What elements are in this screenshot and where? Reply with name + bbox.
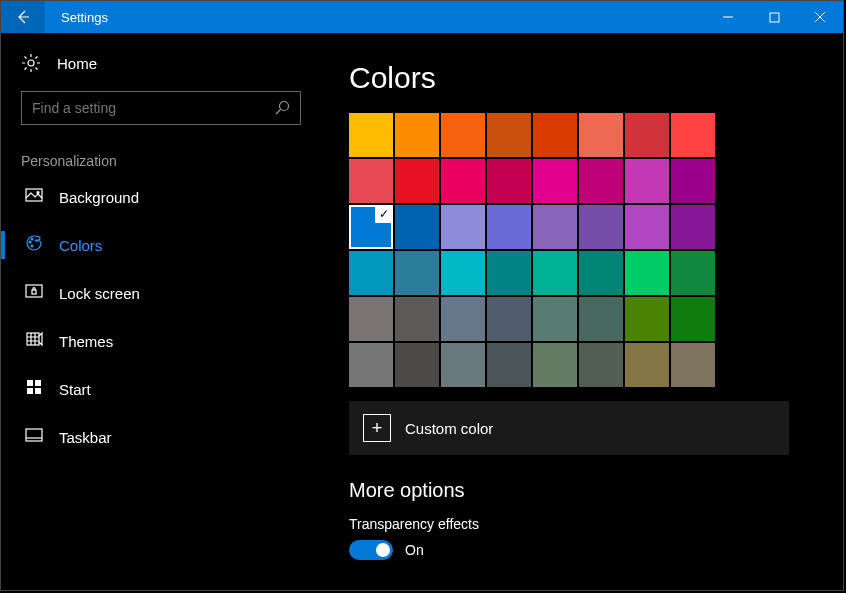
color-swatch[interactable]	[533, 343, 577, 387]
themes-icon	[25, 330, 43, 352]
color-swatch[interactable]	[349, 343, 393, 387]
svg-rect-14	[27, 333, 39, 345]
window-title: Settings	[61, 10, 108, 25]
svg-point-4	[28, 60, 34, 66]
color-swatch[interactable]	[349, 159, 393, 203]
sidebar-item-background[interactable]: Background	[21, 173, 301, 221]
plus-icon: +	[363, 414, 391, 442]
color-swatch[interactable]	[487, 205, 531, 249]
color-swatch[interactable]	[625, 113, 669, 157]
check-icon: ✓	[375, 205, 393, 223]
palette-icon	[25, 234, 43, 256]
svg-rect-19	[26, 429, 42, 441]
color-swatch[interactable]	[487, 297, 531, 341]
color-swatch[interactable]	[625, 159, 669, 203]
sidebar: Home Personalization BackgroundColorsLoc…	[1, 33, 321, 590]
start-icon	[25, 378, 43, 400]
lock-icon	[25, 282, 43, 304]
color-swatch[interactable]	[349, 113, 393, 157]
color-swatch[interactable]	[487, 343, 531, 387]
color-swatch[interactable]	[487, 159, 531, 203]
sidebar-item-label: Taskbar	[59, 429, 112, 446]
color-swatch[interactable]	[441, 113, 485, 157]
svg-point-9	[29, 241, 31, 243]
sidebar-item-colors[interactable]: Colors	[21, 221, 301, 269]
close-icon	[814, 11, 826, 23]
color-swatch[interactable]	[533, 251, 577, 295]
sidebar-item-lock-screen[interactable]: Lock screen	[21, 269, 301, 317]
sidebar-item-themes[interactable]: Themes	[21, 317, 301, 365]
color-swatch[interactable]	[625, 343, 669, 387]
color-swatch[interactable]	[671, 343, 715, 387]
home-link[interactable]: Home	[21, 53, 301, 73]
sidebar-item-taskbar[interactable]: Taskbar	[21, 413, 301, 461]
svg-point-8	[37, 192, 39, 194]
color-swatch[interactable]	[349, 297, 393, 341]
color-swatch[interactable]	[533, 297, 577, 341]
svg-point-10	[31, 238, 33, 240]
color-swatch[interactable]	[533, 159, 577, 203]
color-swatch[interactable]	[671, 297, 715, 341]
more-options-heading: More options	[349, 479, 803, 502]
color-swatch[interactable]	[395, 343, 439, 387]
back-button[interactable]	[1, 1, 45, 33]
color-swatch[interactable]	[395, 297, 439, 341]
color-swatch[interactable]	[441, 251, 485, 295]
color-swatch[interactable]	[625, 297, 669, 341]
color-swatch[interactable]	[533, 205, 577, 249]
color-swatch[interactable]	[671, 205, 715, 249]
color-swatch[interactable]	[441, 297, 485, 341]
color-swatch[interactable]	[579, 251, 623, 295]
sidebar-item-start[interactable]: Start	[21, 365, 301, 413]
maximize-icon	[769, 12, 780, 23]
close-button[interactable]	[797, 1, 843, 33]
maximize-button[interactable]	[751, 1, 797, 33]
sidebar-item-label: Start	[59, 381, 91, 398]
color-swatch[interactable]	[441, 159, 485, 203]
color-swatch[interactable]	[395, 205, 439, 249]
section-label: Personalization	[21, 153, 301, 169]
color-swatch[interactable]	[579, 205, 623, 249]
minimize-button[interactable]	[705, 1, 751, 33]
color-swatch[interactable]	[487, 251, 531, 295]
transparency-toggle[interactable]	[349, 540, 393, 560]
sidebar-item-label: Themes	[59, 333, 113, 350]
custom-color-button[interactable]: + Custom color	[349, 401, 789, 455]
color-swatch[interactable]	[487, 113, 531, 157]
color-swatch[interactable]	[395, 113, 439, 157]
color-swatch[interactable]	[671, 251, 715, 295]
color-swatch[interactable]	[579, 113, 623, 157]
search-input[interactable]	[32, 100, 274, 116]
svg-rect-15	[27, 380, 33, 386]
custom-color-label: Custom color	[405, 420, 493, 437]
svg-rect-13	[32, 290, 36, 294]
sidebar-item-label: Lock screen	[59, 285, 140, 302]
color-swatch[interactable]	[671, 159, 715, 203]
taskbar-icon	[25, 426, 43, 448]
svg-point-5	[280, 102, 289, 111]
color-swatch[interactable]	[395, 251, 439, 295]
color-swatch[interactable]	[579, 343, 623, 387]
color-swatch[interactable]	[579, 297, 623, 341]
search-box[interactable]	[21, 91, 301, 125]
color-swatch[interactable]	[533, 113, 577, 157]
main-content: Colors ✓ + Custom color More options Tra…	[321, 33, 843, 590]
window-buttons	[705, 1, 843, 33]
svg-rect-1	[770, 13, 779, 22]
color-swatch[interactable]	[579, 159, 623, 203]
color-swatch[interactable]	[625, 205, 669, 249]
sidebar-item-label: Background	[59, 189, 139, 206]
color-swatch[interactable]	[671, 113, 715, 157]
color-swatch[interactable]	[441, 205, 485, 249]
color-swatch[interactable]	[441, 343, 485, 387]
sidebar-item-label: Colors	[59, 237, 102, 254]
toggle-knob	[376, 543, 390, 557]
transparency-state: On	[405, 542, 424, 558]
color-swatch[interactable]: ✓	[349, 205, 393, 249]
page-title: Colors	[349, 61, 803, 95]
color-swatch[interactable]	[625, 251, 669, 295]
svg-point-11	[31, 245, 33, 247]
nav-list: BackgroundColorsLock screenThemesStartTa…	[21, 173, 301, 461]
color-swatch[interactable]	[395, 159, 439, 203]
color-swatch[interactable]	[349, 251, 393, 295]
